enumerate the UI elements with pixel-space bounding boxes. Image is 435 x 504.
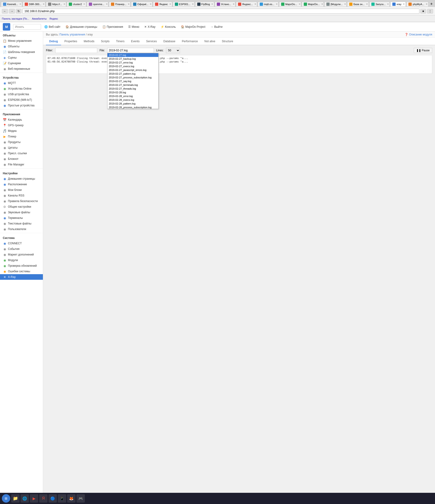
sidebar-item-marketplace[interactable]: ◉ Маркет дополнений (0, 252, 43, 257)
dropdown-option-4[interactable]: 2019-02-27_javascript_errors.log (107, 68, 158, 72)
taskbar-firefox[interactable]: 🦊 (67, 494, 76, 503)
taskbar-browser[interactable]: 🌐 (20, 494, 29, 503)
tab-events[interactable]: Events (128, 38, 143, 45)
sidebar-item-general-settings[interactable]: ⚙ Общие настройки (0, 204, 43, 209)
tab-mqtt[interactable]: mqtt.es... ✕ (258, 2, 278, 7)
tab-https[interactable]: https://... ✕ (46, 2, 66, 7)
sidebar-item-links[interactable]: ◉ Присл. ссылки (0, 151, 43, 156)
dropdown-option-13[interactable]: 2019-02-28_pattern.log (107, 102, 158, 106)
tab-esp001[interactable]: ESP001... ✕ (173, 2, 195, 7)
sidebar-item-home-pages-settings[interactable]: ◉ Домашние страницы (0, 176, 43, 181)
dropdown-option-8[interactable]: 2019-02-27_terminals.log (107, 83, 158, 87)
sidebar-item-my-blocks[interactable]: ◉ Мои блоки (0, 187, 43, 193)
tab-planer[interactable]: Планер... ✕ (109, 2, 130, 7)
tab-majordo2[interactable]: MajorDo... ✕ (302, 2, 324, 7)
bookmark-item-avia[interactable]: Авиабилеты (32, 17, 47, 20)
taskbar-viber[interactable]: 📱 (58, 494, 66, 503)
dropdown-option-7[interactable]: 2019-02-27_say.log (107, 79, 158, 83)
nav-item-apps[interactable]: 📋 Приложения (100, 24, 125, 30)
sidebar-item-file-manager[interactable]: ◉ File Manager (0, 162, 43, 167)
tab-zapusk[interactable]: Запуск... ✕ (369, 2, 390, 7)
tab-close[interactable]: ✕ (192, 3, 194, 5)
tab-baza[interactable]: База зн... ✕ (347, 2, 369, 7)
dropdown-option-3[interactable]: 2019-02-27_execs.log (107, 64, 158, 68)
lines-select[interactable]: 50 100 200 (166, 48, 180, 53)
sidebar-item-location[interactable]: ◉ Расположение (0, 181, 43, 187)
breadcrumb-link-panel[interactable]: Панель управления (60, 33, 85, 36)
search-input[interactable] (13, 24, 41, 30)
tab-d8r[interactable]: D8R-300... ✕ (23, 2, 45, 7)
taskbar-steam[interactable]: 🎮 (77, 494, 85, 503)
tab-flyblog[interactable]: FlyBlog ✕ (195, 2, 214, 7)
pause-button[interactable]: ❚❚ Pause (414, 48, 432, 53)
tab-methods[interactable]: Methods (80, 38, 98, 45)
tab-keeneti[interactable]: Keeneti... ✕ (1, 2, 22, 7)
tab-close[interactable]: ✕ (128, 3, 130, 5)
dropdown-option-14[interactable]: 2019-02-28_process_subscription.log (107, 106, 158, 109)
sidebar-item-templates[interactable]: 📄 Шаблоны поведения (0, 49, 43, 55)
file-dropdown-popup[interactable]: 2019-02-27.log2019-02-27_backup.log2019-… (107, 53, 158, 109)
sidebar-item-quotes[interactable]: ◉ Цитаты (0, 145, 43, 151)
dropdown-option-0[interactable]: 2019-02-27.log (107, 53, 158, 57)
sidebar-item-usb[interactable]: ◉ USB-устройства (0, 91, 43, 97)
filter-input[interactable] (55, 48, 97, 53)
tab-close[interactable]: ✕ (106, 3, 108, 5)
bookmark-item-panel[interactable]: Панель закладок (По... (2, 17, 29, 20)
nav-item-console[interactable]: ⚡ Консоль (158, 24, 178, 30)
bookmark-item-yandex[interactable]: Яндекс (49, 17, 58, 20)
tab-close[interactable]: ✕ (366, 3, 368, 5)
sidebar-item-connect[interactable]: ◉ CONNECT (0, 241, 43, 246)
taskbar-file-manager[interactable]: 📁 (11, 494, 20, 503)
sidebar-item-esp8266[interactable]: ◉ ESP8266 (Wifi-IoT) (0, 97, 43, 103)
tab-close[interactable]: ✕ (211, 3, 213, 5)
tab-yandex2[interactable]: Яндекс... ✕ (236, 2, 257, 7)
tab-close[interactable]: ✕ (150, 3, 152, 5)
sidebar-item-updates[interactable]: ◉ Проверка обновлений (0, 263, 43, 269)
tab-oforml[interactable]: Офориl... ✕ (131, 2, 152, 7)
tab-close[interactable]: ✕ (233, 3, 235, 5)
sidebar-item-users[interactable]: ◉ Пользователи (0, 226, 43, 232)
address-bar[interactable] (22, 9, 419, 14)
forward-button[interactable]: → (9, 9, 15, 14)
tab-database[interactable]: Database (160, 38, 179, 45)
nav-item-xray[interactable]: ✕ X-Ray (142, 24, 157, 30)
sidebar-item-text-files[interactable]: ◉ Текстовые файлы (0, 221, 43, 226)
sidebar-item-media[interactable]: 🎵 Медиа (0, 128, 43, 134)
tab-xray[interactable]: xray ✕ (390, 2, 406, 7)
sidebar-item-simple-devices[interactable]: ◉ Простые устройства (0, 103, 43, 108)
dropdown-option-11[interactable]: 2019-02-28_error.log (107, 94, 158, 98)
bookmark-button[interactable]: ★ (420, 9, 426, 14)
tab-scripts[interactable]: Scripts (98, 38, 113, 45)
sidebar-item-sound-files[interactable]: ◉ Звуковые файлы (0, 209, 43, 215)
taskbar-chrome[interactable]: 🔵 (49, 494, 57, 503)
taskbar-media[interactable]: ▶ (30, 494, 38, 503)
tab-debug[interactable]: Debug (46, 38, 61, 45)
tab-ustano[interactable]: Устано... ✕ (215, 2, 235, 7)
tab-close[interactable]: ✕ (83, 3, 85, 5)
back-button[interactable]: ← (2, 9, 8, 14)
tab-close-xray[interactable]: ✕ (403, 3, 405, 5)
sidebar-item-calendar[interactable]: 📅 Календарь (0, 117, 43, 123)
nav-item-home-pages[interactable]: 🏠 Домашние страницы (63, 24, 100, 30)
tab-close[interactable]: ✕ (344, 3, 346, 5)
dropdown-option-10[interactable]: 2019-02-28.log (107, 90, 158, 94)
nav-item-menu[interactable]: ☰ Меню (126, 24, 141, 30)
tab-majordo1[interactable]: MajorDo... ✕ (279, 2, 301, 7)
tab-properties[interactable]: Properties (61, 38, 80, 45)
sidebar-item-scenarios[interactable]: 📝 Сценарии (0, 60, 43, 66)
tab-openme[interactable]: openme... ✕ (87, 2, 109, 7)
tab-phpmya[interactable]: phpMyA... ✕ (406, 2, 428, 7)
tab-close[interactable]: ✕ (299, 3, 301, 5)
file-select[interactable]: 2019-02-27.log2019-02-27_backup.log2019-… (107, 48, 154, 53)
sidebar-item-events[interactable]: ◉ События (0, 246, 43, 252)
tab-structure[interactable]: Structure (218, 38, 236, 45)
sidebar-item-security[interactable]: ◉ Правила безопасности (0, 198, 43, 204)
taskbar-yandex[interactable]: Я (39, 494, 48, 503)
nav-item-majordo[interactable]: 🏠 MajorDo Project (179, 24, 208, 30)
refresh-button[interactable]: ↻ (16, 9, 21, 14)
sidebar-item-mqtt[interactable]: ◉ MQTT (0, 80, 43, 86)
start-button[interactable]: ⊞ (2, 494, 10, 503)
dropdown-option-12[interactable]: 2019-02-28_execs.log (107, 98, 158, 102)
sidebar-item-products[interactable]: ◉ Продукты (0, 139, 43, 145)
tab-close[interactable]: ✕ (63, 3, 65, 5)
